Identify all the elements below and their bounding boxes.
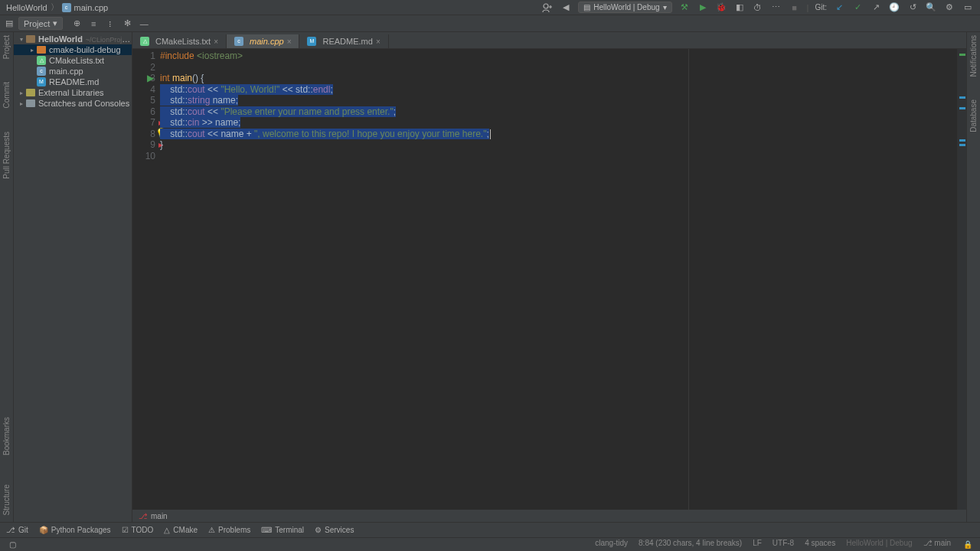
services-tool-button[interactable]: ⚙Services [315,526,354,534]
lock-icon[interactable]: 🔒 [962,539,974,551]
project-tool-button[interactable]: Project [2,35,11,59]
breadcrumb-file[interactable]: main.cpp [74,3,109,12]
settings-icon[interactable]: ⚙ [943,2,956,14]
cmake-tool-button[interactable]: △CMake [164,526,198,534]
tool-window-toolbar: ▤ Project ▾ ⊕ ≡ ⫶ ✻ — [0,15,980,32]
run-config-selector[interactable]: ▤ HelloWorld | Debug ▾ [578,2,671,13]
vcs-commit-icon[interactable]: ✓ [851,2,864,14]
user-add-icon[interactable] [541,2,554,14]
ide-actions-icon[interactable]: ▭ [962,2,974,14]
close-icon[interactable]: × [214,37,218,46]
svg-point-0 [544,4,548,8]
chevron-down-icon: ▾ [663,3,667,11]
md-file-icon: M [307,37,316,46]
tree-readme[interactable]: MREADME.md [14,77,132,87]
tree-build-dir[interactable]: ▸cmake-build-debug [14,44,132,55]
folder-icon [26,35,35,43]
branch-icon: ⎇ [923,539,935,547]
analysis-ok-marker[interactable] [959,54,965,56]
change-marker[interactable] [959,139,965,142]
services-icon: ⚙ [315,526,322,534]
status-bar: ▢ clang-tidy 8:84 (230 chars, 4 line bre… [0,537,980,551]
stop-icon[interactable]: ■ [789,2,801,14]
vcs-push-icon[interactable]: ↗ [870,2,882,14]
analyzer-indicator[interactable]: clang-tidy [595,539,628,551]
tool-settings-icon[interactable]: ✻ [121,18,133,30]
navigation-bar: HelloWorld 〉 c main.cpp ◀ ▤ HelloWorld |… [0,0,980,15]
breadcrumb-sep: 〉 [51,2,59,13]
run-gutter-icon[interactable]: ▶ [145,73,155,83]
bookmarks-tool-button[interactable]: Bookmarks [2,417,11,455]
coverage-icon[interactable]: ◧ [733,2,746,14]
project-view-icon[interactable]: ▤ [3,18,15,30]
project-tree[interactable]: ▾HelloWorld~/CLionProjects/He ▸cmake-bui… [14,32,132,522]
cpp-file-icon: c [37,67,46,76]
close-icon[interactable]: × [287,37,292,46]
database-tool-button[interactable]: Database [969,99,978,132]
terminal-tool-button[interactable]: ⌨Terminal [261,526,304,534]
tree-root[interactable]: ▾HelloWorld~/CLionProjects/He [14,34,132,44]
change-marker[interactable] [959,144,965,146]
tree-scratches[interactable]: ▸Scratches and Consoles [14,98,132,109]
back-icon[interactable]: ◀ [560,2,572,14]
project-view-selector[interactable]: Project ▾ [18,17,63,30]
vcs-rollback-icon[interactable]: ↺ [906,2,919,14]
change-marker[interactable] [959,107,965,109]
collapse-all-icon[interactable]: ⫶ [104,18,116,30]
tab-readme[interactable]: MREADME.md× [299,34,388,48]
indent-indicator[interactable]: 4 spaces [805,539,835,551]
tree-main[interactable]: cmain.cpp [14,66,132,77]
hide-icon[interactable]: — [138,18,150,30]
git-tool-button[interactable]: ⎇Git [6,526,28,534]
pull-requests-tool-button[interactable]: Pull Requests [2,132,11,179]
problems-icon: ⚠ [208,526,215,534]
tree-ext-libs[interactable]: ▸External Libraries [14,87,132,98]
git-label: Git: [815,2,827,14]
vcs-history-icon[interactable]: 🕘 [888,2,900,14]
scratches-icon [26,99,35,107]
md-file-icon: M [37,77,46,86]
todo-tool-button[interactable]: ☑TODO [122,526,154,534]
git-icon: ⎇ [6,526,15,534]
gutter[interactable]: 1 2 ▶3 4 5 6 ▸7 💡8 ▸9 10 [132,49,160,510]
vcs-update-icon[interactable]: ↙ [833,2,845,14]
notifications-tool-button[interactable]: Notifications [969,35,978,77]
file-encoding[interactable]: UTF-8 [773,539,794,551]
branch-icon: ⎇ [139,512,148,520]
right-tool-strip: Notifications Database [966,32,980,522]
tab-main-cpp[interactable]: cmain.cpp× [227,34,299,48]
close-icon[interactable]: × [376,37,381,46]
more-run-icon[interactable]: ⋯ [770,2,782,14]
error-stripe[interactable] [957,49,966,510]
git-branch-status[interactable]: ⎇ main [923,539,951,551]
tab-cmakelists[interactable]: △CMakeLists.txt× [132,34,227,48]
search-icon[interactable]: 🔍 [925,2,937,14]
tool-windows-toggle-icon[interactable]: ▢ [6,539,18,551]
run-play-icon[interactable]: ▶ [697,2,709,14]
hammer-build-icon[interactable]: ⚒ [678,2,691,14]
problems-tool-button[interactable]: ⚠Problems [208,526,250,534]
cpp-file-icon: c [234,37,243,46]
debug-icon[interactable]: 🐞 [715,2,727,14]
branch-indicator[interactable]: ⎇main [139,512,168,520]
breadcrumb-project[interactable]: HelloWorld [6,3,47,12]
select-opened-file-icon[interactable]: ⊕ [70,18,83,30]
code-text[interactable]: #include <iostream> int main() { std::co… [160,49,957,510]
line-separator[interactable]: LF [753,539,762,551]
cpp-file-icon: c [62,3,71,12]
text-cursor [490,129,491,139]
profile-icon[interactable]: ⏱ [752,2,764,14]
expand-all-icon[interactable]: ≡ [87,18,100,30]
left-tool-strip: Project Commit Pull Requests Bookmarks S… [0,32,14,522]
libraries-icon [26,89,35,96]
structure-tool-button[interactable]: Structure [2,484,11,516]
project-view-label: Project [24,19,50,28]
caret-position[interactable]: 8:84 (230 chars, 4 line breaks) [639,539,742,551]
cmake-file-icon: △ [140,37,149,46]
commit-tool-button[interactable]: Commit [2,82,11,108]
python-packages-tool-button[interactable]: 📦Python Packages [39,526,111,534]
tree-cmake[interactable]: △CMakeLists.txt [14,55,132,66]
change-marker[interactable] [959,96,965,99]
terminal-icon: ⌨ [261,526,272,534]
run-context-indicator[interactable]: HelloWorld | Debug [846,539,912,551]
